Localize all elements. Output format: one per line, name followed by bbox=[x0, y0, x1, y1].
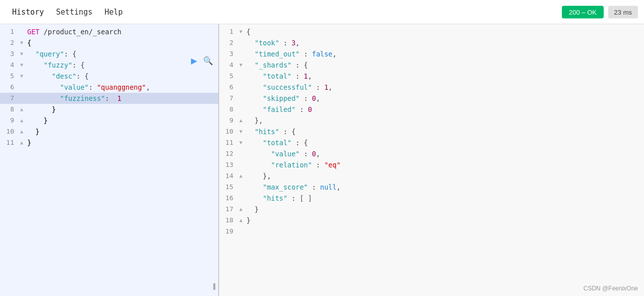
fold-gutter[interactable]: ▼ bbox=[18, 48, 25, 60]
status-badge: 200 – OK bbox=[562, 6, 604, 18]
table-row: 9▲ }, bbox=[219, 115, 644, 126]
line-content: } bbox=[25, 115, 218, 126]
line-content: } bbox=[25, 104, 218, 115]
line-content: { bbox=[25, 37, 218, 48]
line-number: 8 bbox=[0, 104, 18, 115]
table-row: 15 "max_score" : null, bbox=[219, 182, 644, 193]
line-content: "value" : 0, bbox=[244, 148, 644, 159]
table-row: 17▲ } bbox=[219, 204, 644, 215]
table-row: 3 "timed_out" : false, bbox=[219, 48, 644, 60]
search-button[interactable]: 🔍 bbox=[202, 54, 214, 67]
fold-gutter[interactable]: ▼ bbox=[237, 126, 244, 137]
line-content: } bbox=[25, 137, 218, 148]
line-content: GET /product_en/_search bbox=[25, 26, 218, 37]
line-number: 9 bbox=[219, 115, 237, 126]
fold-gutter[interactable]: ▼ bbox=[18, 37, 25, 48]
fold-gutter[interactable]: ▼ bbox=[237, 137, 244, 148]
line-number: 4 bbox=[0, 60, 18, 71]
line-content: }, bbox=[244, 170, 644, 182]
top-nav: History Settings Help 200 – OK 23 ms bbox=[0, 0, 644, 24]
line-number: 13 bbox=[219, 159, 237, 170]
table-row: 19 bbox=[219, 226, 644, 237]
fold-gutter[interactable]: ▼ bbox=[18, 60, 25, 71]
nav-help[interactable]: Help bbox=[98, 0, 128, 24]
left-panel: 1GET /product_en/_search2▼{3▼ "query": {… bbox=[0, 24, 219, 296]
fold-gutter[interactable]: ▲ bbox=[18, 104, 25, 115]
timing-badge: 23 ms bbox=[608, 6, 638, 18]
nav-settings[interactable]: Settings bbox=[50, 0, 98, 24]
fold-gutter[interactable]: ▲ bbox=[237, 204, 244, 215]
table-row: 9▲ } bbox=[0, 115, 218, 126]
fold-gutter[interactable]: ▼ bbox=[237, 26, 244, 37]
line-content: "_shards" : { bbox=[244, 60, 644, 71]
line-content: } bbox=[244, 215, 644, 226]
line-number: 5 bbox=[0, 71, 18, 82]
fold-gutter[interactable]: ▲ bbox=[18, 126, 25, 137]
action-buttons: ▶ 🔍 bbox=[188, 54, 214, 67]
table-row: 4▼ "fuzzy": { bbox=[0, 60, 218, 71]
table-row: 7 "fuzziness": 1 bbox=[0, 93, 218, 104]
table-row: 7 "skipped" : 0, bbox=[219, 93, 644, 104]
table-row: 12 "value" : 0, bbox=[219, 148, 644, 159]
line-content: "fuzziness": 1 bbox=[25, 93, 218, 104]
line-number: 14 bbox=[219, 170, 237, 182]
line-content: "total" : { bbox=[244, 137, 644, 148]
line-number: 1 bbox=[219, 26, 237, 37]
line-content: "successful" : 1, bbox=[244, 82, 644, 93]
line-content: } bbox=[25, 126, 218, 137]
line-content: "desc": { bbox=[25, 71, 218, 82]
table-row: 16 "hits" : [ ] bbox=[219, 193, 644, 204]
line-content: "total" : 1, bbox=[244, 71, 644, 82]
run-button[interactable]: ▶ bbox=[188, 54, 200, 67]
fold-gutter[interactable]: ▲ bbox=[18, 137, 25, 148]
table-row: 18▲} bbox=[219, 215, 644, 226]
line-number: 2 bbox=[219, 37, 237, 48]
fold-gutter[interactable]: ▲ bbox=[18, 115, 25, 126]
line-number: 17 bbox=[219, 204, 237, 215]
line-number: 19 bbox=[219, 226, 237, 237]
line-number: 16 bbox=[219, 193, 237, 204]
table-row: 1▼{ bbox=[219, 26, 644, 37]
line-number: 9 bbox=[0, 115, 18, 126]
line-number: 5 bbox=[219, 71, 237, 82]
fold-gutter[interactable]: ▲ bbox=[237, 115, 244, 126]
line-content: { bbox=[244, 26, 644, 37]
request-editor[interactable]: 1GET /product_en/_search2▼{3▼ "query": {… bbox=[0, 24, 218, 296]
line-content: "relation" : "eq" bbox=[244, 159, 644, 170]
line-number: 6 bbox=[0, 82, 18, 93]
line-number: 18 bbox=[219, 215, 237, 226]
line-number: 6 bbox=[219, 82, 237, 93]
table-row: 4▼ "_shards" : { bbox=[219, 60, 644, 71]
line-number: 7 bbox=[0, 93, 18, 104]
fold-gutter[interactable]: ▲ bbox=[237, 170, 244, 182]
fold-gutter[interactable]: ▼ bbox=[18, 71, 25, 82]
line-content: "hits" : { bbox=[244, 126, 644, 137]
table-row: 6 "value": "quanggneng", bbox=[0, 82, 218, 93]
table-row: 8▲ } bbox=[0, 104, 218, 115]
response-editor[interactable]: 1▼{2 "took" : 3,3 "timed_out" : false,4▼… bbox=[219, 24, 644, 296]
fold-gutter[interactable]: ▼ bbox=[237, 60, 244, 71]
line-number: 12 bbox=[219, 148, 237, 159]
line-number: 11 bbox=[219, 137, 237, 148]
right-panel: 1▼{2 "took" : 3,3 "timed_out" : false,4▼… bbox=[219, 24, 644, 296]
table-row: 13 "relation" : "eq" bbox=[219, 159, 644, 170]
line-number: 10 bbox=[219, 126, 237, 137]
line-number: 1 bbox=[0, 26, 18, 37]
fold-gutter[interactable]: ▲ bbox=[237, 215, 244, 226]
line-number: 4 bbox=[219, 60, 237, 71]
divider-handle: ∥ bbox=[213, 282, 216, 290]
table-row: 10▲ } bbox=[0, 126, 218, 137]
line-content: "max_score" : null, bbox=[244, 182, 644, 193]
line-number: 10 bbox=[0, 126, 18, 137]
table-row: 1GET /product_en/_search bbox=[0, 26, 218, 37]
line-content: "failed" : 0 bbox=[244, 104, 644, 115]
line-number: 2 bbox=[0, 37, 18, 48]
line-number: 3 bbox=[219, 48, 237, 60]
line-number: 8 bbox=[219, 104, 237, 115]
line-number: 11 bbox=[0, 137, 18, 148]
line-content: "skipped" : 0, bbox=[244, 93, 644, 104]
main-area: 1GET /product_en/_search2▼{3▼ "query": {… bbox=[0, 24, 644, 296]
line-content: "value": "quanggneng", bbox=[25, 82, 218, 93]
nav-history[interactable]: History bbox=[6, 0, 50, 24]
table-row: 2 "took" : 3, bbox=[219, 37, 644, 48]
